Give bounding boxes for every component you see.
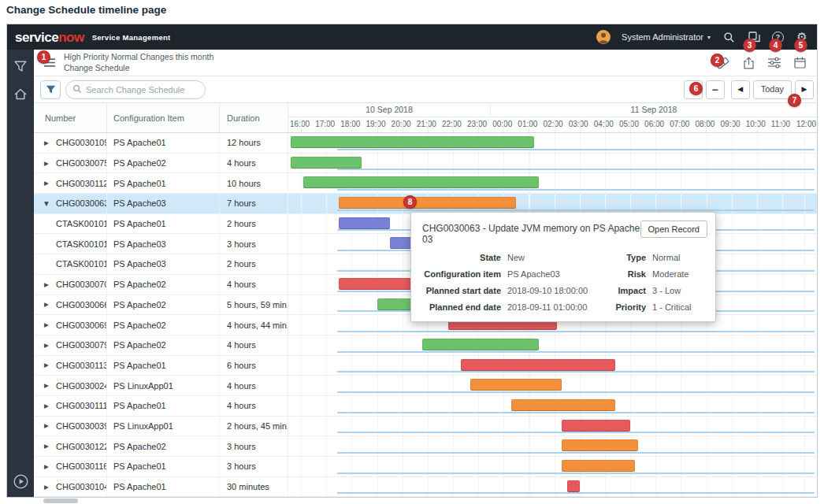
expand-toggle-icon[interactable]: ▶ [44, 402, 52, 410]
row-number-cell: ▶CHG0030113 [34, 356, 107, 376]
schedule-window-line [337, 412, 815, 413]
hour-separator [377, 119, 378, 132]
callout-badge-8: 8 [403, 195, 417, 209]
hour-separator [757, 119, 758, 132]
table-row[interactable]: ▼CHG0030063PS Apache037 hours [34, 194, 817, 214]
schedule-title: High Priority Normal Changes this month [64, 52, 213, 62]
row-number-cell: ▶CHG0030111 [34, 396, 107, 416]
row-duration: 12 hours [220, 133, 288, 153]
search-icon[interactable] [722, 30, 736, 44]
schedule-window-line [337, 492, 815, 494]
row-number-cell: ▶CHG0030075 [34, 154, 107, 173]
sidebar-play-icon[interactable] [13, 474, 28, 489]
row-number-cell: ▶CHG0030024 [34, 376, 107, 395]
row-number: CHG0030122 [56, 442, 107, 451]
row-number: CTASK0010161 [56, 239, 107, 249]
user-menu[interactable]: System Administrator▾ [622, 32, 711, 42]
expand-toggle-icon[interactable]: ▶ [44, 484, 52, 491]
hour-separator [478, 119, 479, 132]
timeline-bar[interactable] [339, 197, 516, 209]
table-row[interactable]: ▶CHG0030079PS Apache024 hours [34, 335, 817, 356]
table-row[interactable]: ▶CHG0030112PS Apache0110 hours [34, 173, 817, 194]
timeline-bar[interactable] [470, 379, 562, 391]
hour-label: 23:00 [467, 120, 487, 128]
row-number: CHG0030024 [56, 381, 107, 391]
expand-toggle-icon[interactable]: ▶ [44, 361, 52, 369]
hour-label: 12:00 [796, 120, 816, 128]
row-duration: 7 hours [220, 194, 288, 213]
horizontal-scrollbar[interactable] [6, 498, 818, 504]
today-button[interactable]: Today [753, 80, 792, 99]
filter-button[interactable] [40, 80, 61, 99]
popup-header: CHG0030063 - Update JVM memory on PS Apa… [411, 213, 715, 248]
row-configuration-item: PS Apache03 [107, 234, 220, 254]
expand-toggle-icon[interactable]: ▶ [44, 443, 52, 450]
expand-toggle-icon[interactable]: ▶ [44, 180, 52, 187]
row-number-cell: ▶CHG0030104 [34, 477, 107, 497]
row-timeline [288, 376, 817, 395]
row-number-cell: ▶CHG0030116 [34, 457, 107, 476]
expand-toggle-icon[interactable]: ▼ [44, 200, 52, 207]
timeline-bar[interactable] [422, 339, 539, 350]
search-input[interactable] [86, 85, 199, 94]
zoom-out-button[interactable]: − [706, 80, 725, 99]
hour-separator [732, 119, 733, 132]
timeline-bar[interactable] [562, 439, 637, 451]
timeline-bar[interactable] [461, 359, 615, 371]
table-row[interactable]: ▶CHG0030104PS Apache0130 minutes [34, 477, 817, 497]
popup-field-value: 2018-09-10 18:00:00 [507, 286, 596, 295]
table-row[interactable]: ▶CHG0030122PS Apache023 hours [34, 436, 817, 457]
user-avatar[interactable] [596, 30, 611, 44]
row-configuration-item: PS Apache01 [107, 214, 220, 234]
expand-toggle-icon[interactable]: ▶ [44, 382, 52, 389]
row-duration: 3 hours [220, 234, 288, 254]
table-row[interactable]: ▶CHG0030109PS Apache0112 hours [34, 133, 817, 154]
hour-separator [301, 119, 302, 132]
table-row[interactable]: ▶CHG0030024PS LinuxApp014 hours [34, 376, 817, 396]
expand-toggle-icon[interactable]: ▶ [44, 342, 52, 349]
timeline-bar[interactable] [303, 176, 539, 188]
hour-label: 09:00 [721, 120, 740, 128]
schedule-window-line [337, 331, 815, 332]
expand-toggle-icon[interactable]: ▶ [44, 321, 52, 328]
row-configuration-item: PS Apache01 [107, 133, 220, 153]
table-row[interactable]: ▶CHG0030116PS Apache013 hours [34, 457, 817, 477]
row-timeline [288, 133, 817, 153]
row-number: CTASK0010162 [56, 219, 107, 228]
hour-label: 11:00 [771, 120, 790, 128]
expand-toggle-icon[interactable]: ▶ [44, 422, 52, 429]
table-row[interactable]: ▶CHG0030111PS Apache014 hours [34, 396, 817, 417]
calendar-icon[interactable] [794, 57, 806, 69]
table-row[interactable]: ▶CHG0030113PS Apache016 hours [34, 356, 817, 376]
popup-field-label: State [422, 253, 501, 262]
scrollbar-thumb[interactable] [43, 498, 78, 503]
timeline-bar[interactable] [291, 136, 534, 148]
row-duration: 2 hours [220, 254, 288, 274]
expand-toggle-icon[interactable]: ▶ [44, 281, 52, 288]
expand-toggle-icon[interactable]: ▶ [44, 301, 52, 308]
timeline-bar[interactable] [291, 157, 362, 169]
open-record-button[interactable]: Open Record [640, 220, 707, 238]
sidebar-home-icon[interactable] [14, 88, 27, 100]
expand-toggle-icon[interactable]: ▶ [44, 139, 52, 146]
expand-toggle-icon[interactable]: ▶ [44, 160, 52, 167]
share-export-icon[interactable] [743, 57, 755, 69]
timeline-bar[interactable] [567, 480, 580, 492]
table-row[interactable]: ▶CHG0030075PS Apache024 hours [34, 154, 817, 174]
table-row[interactable]: ▶CHG0030039PS LinuxApp012 hours, 45 min.… [34, 417, 817, 437]
row-number: CHG0030063 [56, 198, 107, 208]
timeline-bar[interactable] [511, 399, 615, 411]
timeline-bar[interactable] [562, 420, 630, 432]
popup-field-value: 2018-09-11 01:00:00 [507, 302, 596, 312]
search-box[interactable] [65, 80, 206, 99]
sidebar-filter-icon[interactable] [14, 61, 27, 72]
expand-toggle-icon[interactable]: ▶ [44, 463, 52, 470]
timeline-bar[interactable] [562, 460, 635, 472]
hour-label: 21:00 [417, 120, 436, 128]
popup-field-label: Planned start date [422, 286, 501, 295]
user-name: System Administrator [622, 32, 703, 42]
change-details-popup: CHG0030063 - Update JVM memory on PS Apa… [410, 212, 716, 322]
previous-button[interactable]: ◀ [731, 80, 750, 99]
timeline-bar[interactable] [339, 217, 389, 229]
settings-sliders-icon[interactable] [768, 57, 781, 69]
